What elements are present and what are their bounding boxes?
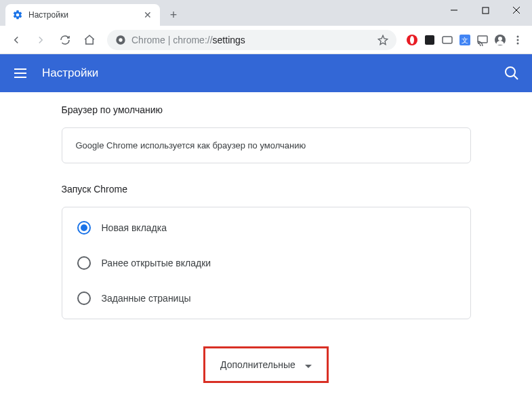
- svg-rect-9: [443, 37, 452, 43]
- back-button[interactable]: [5, 29, 27, 51]
- svg-point-15: [517, 35, 519, 37]
- url-text: Chrome | chrome://settings: [131, 35, 372, 45]
- extension-icons: 文: [403, 34, 527, 46]
- chrome-icon: [115, 35, 126, 45]
- close-tab-button[interactable]: ✕: [142, 9, 153, 20]
- startup-option-specific-pages[interactable]: Заданные страницы: [76, 281, 457, 316]
- home-button[interactable]: [79, 29, 100, 51]
- default-browser-section: Браузер по умолчанию Google Chrome испол…: [62, 104, 471, 163]
- svg-text:文: 文: [462, 37, 468, 44]
- reload-button[interactable]: [54, 29, 76, 51]
- radio-icon: [77, 221, 91, 235]
- minimize-button[interactable]: [438, 0, 470, 20]
- svg-point-16: [517, 39, 519, 41]
- section-title: Браузер по умолчанию: [62, 104, 471, 115]
- default-browser-card: Google Chrome используется как браузер п…: [62, 127, 471, 163]
- radio-icon: [77, 291, 91, 305]
- hamburger-menu-button[interactable]: [12, 65, 28, 81]
- svg-rect-8: [425, 35, 434, 45]
- extension-cast-icon[interactable]: [476, 34, 489, 46]
- radio-label: Новая вкладка: [102, 222, 167, 233]
- window-controls: [438, 0, 532, 20]
- radio-icon: [77, 256, 91, 270]
- search-button[interactable]: [504, 65, 520, 81]
- advanced-toggle-button[interactable]: Дополнительные: [203, 346, 329, 383]
- default-browser-message: Google Chrome используется как браузер п…: [76, 140, 306, 150]
- gear-icon: [12, 9, 23, 20]
- svg-point-21: [506, 67, 515, 77]
- chevron-down-icon: [305, 361, 312, 368]
- bookmark-star-icon[interactable]: [377, 35, 388, 45]
- radio-label: Заданные страницы: [102, 293, 191, 304]
- on-startup-card: Новая вкладка Ранее открытые вкладки Зад…: [62, 207, 471, 319]
- svg-point-5: [119, 38, 122, 41]
- window-titlebar: Настройки ✕ +: [0, 0, 532, 26]
- extension-opera-icon[interactable]: [406, 34, 418, 46]
- svg-point-7: [410, 36, 414, 44]
- section-title: Запуск Chrome: [62, 184, 471, 195]
- browser-tab[interactable]: Настройки ✕: [5, 4, 160, 26]
- startup-option-new-tab[interactable]: Новая вкладка: [76, 210, 457, 245]
- settings-header: Настройки: [0, 54, 532, 92]
- svg-point-17: [517, 42, 519, 44]
- browser-toolbar: Chrome | chrome://settings 文: [0, 26, 532, 54]
- forward-button[interactable]: [30, 29, 52, 51]
- browser-menu-button[interactable]: [512, 34, 524, 46]
- extension-translate-icon[interactable]: 文: [459, 34, 471, 46]
- settings-content[interactable]: Браузер по умолчанию Google Chrome испол…: [0, 92, 532, 404]
- extension-icon-3[interactable]: [441, 34, 453, 46]
- address-bar[interactable]: Chrome | chrome://settings: [107, 30, 396, 50]
- advanced-label: Дополнительные: [220, 359, 295, 370]
- extension-icon-2[interactable]: [424, 34, 436, 46]
- page-title: Настройки: [42, 66, 98, 80]
- radio-label: Ранее открытые вкладки: [102, 258, 211, 268]
- on-startup-section: Запуск Chrome Новая вкладка Ранее открыт…: [62, 184, 471, 319]
- new-tab-button[interactable]: +: [164, 5, 183, 24]
- svg-point-14: [498, 37, 502, 41]
- maximize-button[interactable]: [470, 0, 501, 20]
- close-window-button[interactable]: [501, 0, 532, 20]
- svg-rect-1: [483, 7, 489, 14]
- tab-title: Настройки: [28, 10, 68, 20]
- profile-avatar-icon[interactable]: [494, 34, 506, 46]
- startup-option-continue[interactable]: Ранее открытые вкладки: [76, 245, 457, 281]
- svg-line-22: [514, 75, 518, 79]
